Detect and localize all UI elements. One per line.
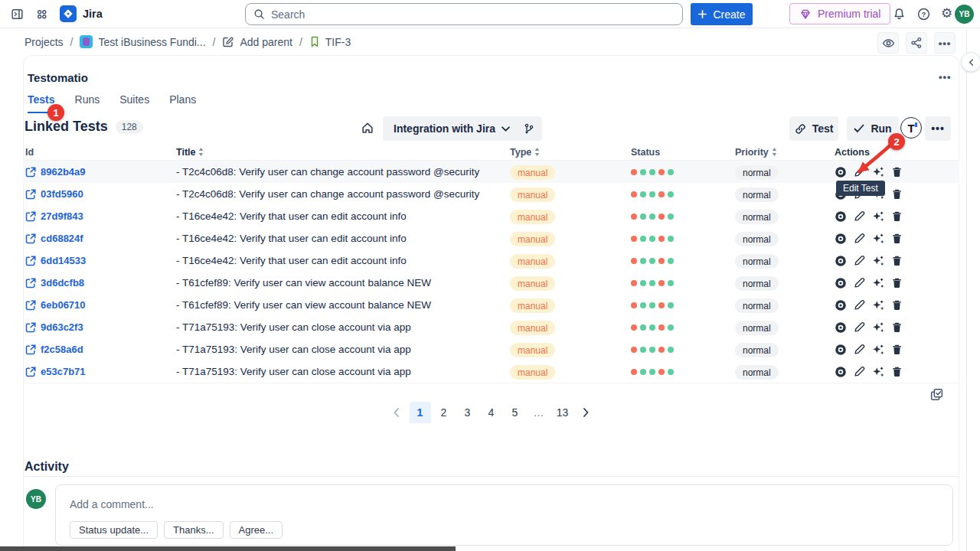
delete-test-icon[interactable]	[891, 210, 903, 222]
view-test-icon[interactable]	[835, 277, 847, 289]
premium-trial-button[interactable]: Premium trial	[789, 3, 890, 24]
comment-box[interactable]: Add a comment... Status update...Thanks.…	[55, 484, 953, 546]
view-test-icon[interactable]	[835, 344, 847, 356]
delete-test-icon[interactable]	[891, 344, 903, 355]
column-header-title[interactable]: Title	[176, 147, 510, 158]
edit-test-icon[interactable]	[854, 233, 865, 244]
breadcrumb-projects[interactable]: Projects	[24, 36, 64, 48]
view-test-icon[interactable]	[835, 166, 847, 178]
jira-home-link[interactable]: Jira	[60, 5, 103, 22]
collapse-panel-button[interactable]	[961, 52, 980, 72]
ai-improve-icon[interactable]	[872, 344, 884, 356]
branch-button[interactable]	[516, 116, 542, 141]
view-test-icon[interactable]	[835, 321, 847, 334]
test-title: - T2c4c06d8: Verify user can change acco…	[176, 166, 510, 178]
create-button[interactable]: Create	[691, 3, 753, 25]
watch-eye-icon[interactable]	[877, 32, 899, 54]
test-id-link[interactable]: f2c58a6d	[25, 344, 83, 355]
pagination-page-2[interactable]: 2	[433, 402, 455, 423]
pagination-page-3[interactable]: 3	[457, 402, 479, 423]
check-icon	[854, 124, 864, 133]
edit-test-icon[interactable]	[854, 344, 865, 355]
toolbar-more-icon[interactable]: •••	[925, 116, 951, 141]
edit-test-icon[interactable]	[854, 299, 865, 311]
home-icon[interactable]	[361, 121, 374, 135]
test-id-link[interactable]: cd68824f	[25, 233, 83, 244]
edit-test-icon[interactable]	[854, 210, 865, 222]
column-header-priority[interactable]: Priority	[735, 147, 835, 158]
delete-test-icon[interactable]	[891, 277, 903, 289]
edit-test-icon[interactable]	[854, 321, 865, 333]
breadcrumb-add-parent[interactable]: Add parent	[222, 36, 292, 48]
panel-more-icon[interactable]: •••	[939, 71, 952, 83]
breadcrumb-project[interactable]: Test iBusiness Fundi...	[80, 35, 205, 48]
delete-test-icon[interactable]	[891, 321, 903, 333]
pagination-page-4[interactable]: 4	[481, 402, 502, 423]
view-test-icon[interactable]	[835, 299, 847, 311]
integration-dropdown[interactable]: Integration with Jira	[383, 116, 521, 141]
page-more-icon[interactable]: •••	[934, 32, 956, 54]
ai-improve-icon[interactable]	[872, 166, 884, 178]
edit-test-icon[interactable]	[854, 255, 865, 266]
test-title: - T71a75193: Verify user can close accou…	[176, 344, 510, 355]
share-icon[interactable]	[906, 32, 927, 54]
view-test-icon[interactable]	[835, 210, 847, 223]
breadcrumb-issue-key[interactable]: TIF-3	[309, 36, 351, 48]
pagination-pages: 12345…13	[410, 402, 573, 423]
link-test-button[interactable]: Test	[789, 116, 838, 141]
ai-improve-icon[interactable]	[872, 233, 884, 245]
view-test-icon[interactable]	[835, 366, 847, 378]
view-test-icon[interactable]	[835, 233, 847, 245]
pagination-page-5[interactable]: 5	[505, 402, 526, 423]
tab-plans[interactable]: Plans	[169, 93, 196, 113]
edit-test-icon[interactable]	[854, 277, 865, 289]
sidebar-toggle-icon[interactable]	[11, 8, 24, 21]
status-dot-green	[649, 191, 655, 197]
test-title: - T16ce4e42: Verify that user can edit a…	[176, 255, 510, 266]
bulk-select-icon[interactable]	[929, 387, 944, 402]
notifications-bell-icon[interactable]	[893, 8, 906, 21]
quick-reply-button[interactable]: Status update...	[70, 521, 158, 539]
app-switcher-icon[interactable]	[35, 8, 48, 21]
testomatio-logo-button[interactable]: T	[900, 117, 922, 139]
test-id-link[interactable]: 9d63c2f3	[25, 321, 83, 333]
test-status-dots	[631, 236, 735, 242]
delete-test-icon[interactable]	[891, 366, 903, 377]
quick-reply-button[interactable]: Thanks...	[164, 521, 223, 539]
ai-improve-icon[interactable]	[872, 255, 884, 267]
ai-improve-icon[interactable]	[872, 299, 884, 311]
test-id-link[interactable]: 03fd5960	[25, 188, 83, 200]
pagination-page-13[interactable]: 13	[552, 402, 573, 423]
test-id-link[interactable]: 6eb06710	[25, 299, 86, 311]
column-header-type[interactable]: Type	[510, 147, 631, 158]
view-test-icon[interactable]	[835, 255, 847, 267]
edit-test-icon[interactable]	[854, 166, 865, 178]
delete-test-icon[interactable]	[891, 233, 903, 244]
test-id-link[interactable]: 8962b4a9	[25, 166, 86, 178]
search-input[interactable]: Search	[245, 3, 683, 25]
ai-improve-icon[interactable]	[872, 321, 884, 334]
user-avatar[interactable]: YB	[955, 5, 974, 24]
pagination-next-icon[interactable]	[576, 402, 597, 423]
test-id-link[interactable]: 3d6dcfb8	[25, 277, 84, 289]
quick-reply-button[interactable]: Agree...	[230, 521, 283, 539]
ai-improve-icon[interactable]	[872, 277, 884, 289]
test-id-link[interactable]: e53c7b71	[25, 366, 86, 377]
ai-improve-icon[interactable]	[872, 366, 884, 378]
plus-icon	[697, 9, 707, 19]
tab-runs[interactable]: Runs	[75, 93, 100, 113]
delete-test-icon[interactable]	[891, 188, 903, 200]
pagination-prev-icon[interactable]	[386, 402, 407, 423]
delete-test-icon[interactable]	[891, 255, 903, 266]
tab-suites[interactable]: Suites	[119, 93, 149, 113]
delete-test-icon[interactable]	[891, 299, 903, 311]
help-icon[interactable]: ?	[917, 8, 930, 21]
test-status-dots	[631, 214, 735, 220]
delete-test-icon[interactable]	[891, 166, 903, 178]
edit-test-icon[interactable]	[854, 366, 865, 377]
test-id-link[interactable]: 6dd14533	[25, 255, 86, 266]
pagination-page-1[interactable]: 1	[410, 402, 431, 423]
test-id-link[interactable]: 27d9f843	[25, 210, 83, 222]
settings-gear-icon[interactable]: ⚙	[941, 7, 952, 20]
ai-improve-icon[interactable]	[872, 210, 884, 223]
